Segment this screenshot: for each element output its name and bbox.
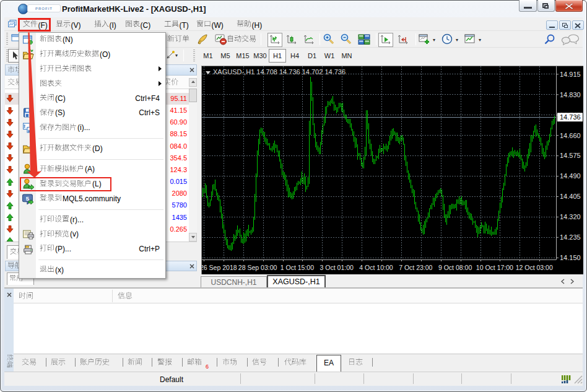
svg-text:14.830: 14.830 (560, 91, 581, 98)
svg-text:14.915: 14.915 (560, 71, 581, 78)
svg-text:XAGUSD-,H1 14.708 14.736 14.7: XAGUSD-,H1 14.708 14.736 14.702 14.736 (213, 68, 346, 76)
svg-text:1 Oct 15:00: 1 Oct 15:00 (280, 264, 314, 271)
svg-text:14.235: 14.235 (560, 233, 581, 241)
svg-text:5: 5 (26, 194, 30, 201)
svg-text:14.405: 14.405 (560, 193, 581, 200)
svg-text:26 Sep 2018: 26 Sep 2018 (202, 264, 237, 271)
svg-text:14.490: 14.490 (560, 172, 581, 180)
svg-text:9 Oct 08:00: 9 Oct 08:00 (438, 264, 472, 271)
svg-text:3 Oct 01:00: 3 Oct 01:00 (320, 264, 354, 271)
svg-text:14.660: 14.660 (560, 132, 581, 139)
svg-text:14.150: 14.150 (560, 254, 581, 261)
svg-text:14.320: 14.320 (560, 213, 581, 220)
svg-text:10 Oct 17:00: 10 Oct 17:00 (476, 264, 513, 271)
svg-text:14.736: 14.736 (560, 113, 581, 121)
svg-text:7 Oct 23:00: 7 Oct 23:00 (399, 264, 432, 271)
svg-text:12 Oct 03:00: 12 Oct 03:00 (516, 264, 553, 271)
svg-text:28 Sep 03:00: 28 Sep 03:00 (238, 264, 277, 271)
svg-text:4 Oct 10:00: 4 Oct 10:00 (359, 264, 393, 271)
svg-text:14.575: 14.575 (560, 152, 581, 159)
